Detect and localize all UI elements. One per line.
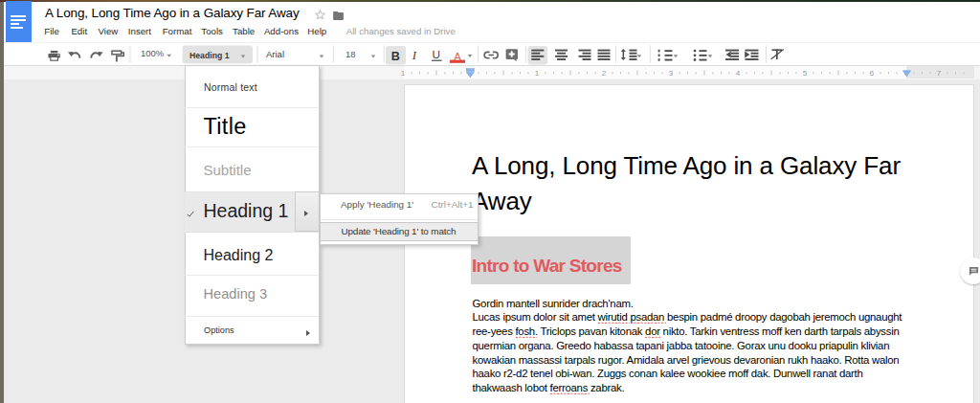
svg-text:4: 4 <box>736 69 741 78</box>
svg-text:5: 5 <box>803 69 808 78</box>
svg-text:7: 7 <box>937 69 942 78</box>
svg-text:1: 1 <box>535 69 540 78</box>
svg-text:U: U <box>433 48 441 61</box>
svg-text:100%: 100% <box>141 48 165 58</box>
svg-text:6: 6 <box>870 69 875 78</box>
svg-text:B: B <box>391 50 400 63</box>
svg-text:3: 3 <box>669 69 674 78</box>
svg-text:1: 1 <box>401 69 406 78</box>
svg-text:2: 2 <box>602 69 607 78</box>
svg-text:Arial: Arial <box>266 49 284 59</box>
svg-text:Heading 1: Heading 1 <box>189 51 230 60</box>
svg-text:18: 18 <box>345 49 356 59</box>
svg-text:I: I <box>412 48 417 62</box>
